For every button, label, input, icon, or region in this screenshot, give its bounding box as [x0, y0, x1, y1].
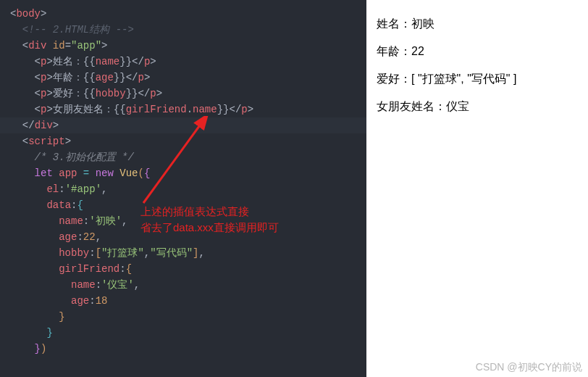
code-line-4: <p>姓名：{{name}}</p>	[0, 54, 366, 70]
code-line-19: age:18	[0, 293, 366, 309]
code-line-5: <p>年龄：{{age}}</p>	[0, 70, 366, 86]
code-line-3: <div id="app">	[0, 38, 366, 54]
code-line-10: /* 3.初始化配置 */	[0, 149, 366, 165]
code-editor-panel[interactable]: <body> <!-- 2.HTML结构 --> <div id="app"> …	[0, 0, 366, 377]
output-line-hobby: 爱好：[ "打篮球", "写代码" ]	[377, 65, 578, 93]
watermark-text: CSDN @初映CY的前说	[476, 361, 582, 374]
code-line-8: </div>	[0, 117, 366, 133]
code-line-7: <p>女朋友姓名：{{girlFriend.name}}</p>	[0, 102, 366, 117]
code-line-1: <body>	[0, 6, 366, 22]
code-line-12: el:'#app',	[0, 181, 366, 197]
browser-output-panel: 姓名：初映 年龄：22 爱好：[ "打篮球", "写代码" ] 女朋友姓名：仪宝	[366, 0, 588, 377]
code-line-9: <script>	[0, 133, 366, 149]
code-line-6: <p>爱好：{{hobby}}</p>	[0, 86, 366, 102]
code-line-2: <!-- 2.HTML结构 -->	[0, 22, 366, 38]
code-line-16: hobby:["打篮球","写代码"],	[0, 245, 366, 261]
output-line-girlfriend: 女朋友姓名：仪宝	[377, 93, 578, 120]
code-line-17: girlFriend:{	[0, 261, 366, 277]
output-line-name: 姓名：初映	[377, 10, 578, 38]
output-line-age: 年龄：22	[377, 38, 578, 65]
code-line-21: }	[0, 325, 366, 341]
annotation-text: 上述的插值表达式直接 省去了data.xxx直接调用即可	[140, 204, 279, 236]
code-line-18: name:'仪宝',	[0, 277, 366, 293]
code-line-20: }	[0, 309, 366, 325]
code-line-11: let app = new Vue({	[0, 165, 366, 181]
code-line-22: })	[0, 341, 366, 357]
